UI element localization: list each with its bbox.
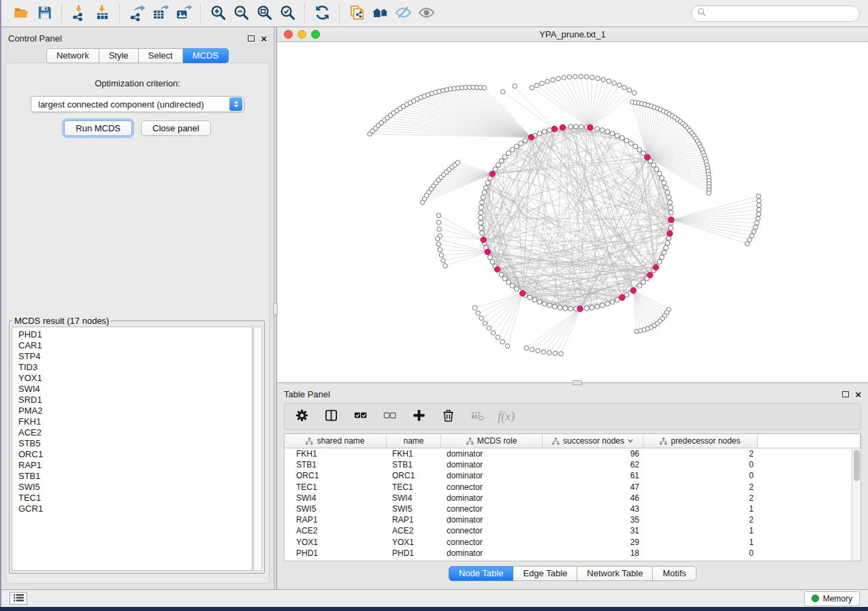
- mcds-result-box: MCDS result (17 nodes) PHD1CAR1STP4TID3Y…: [9, 316, 265, 574]
- table-row[interactable]: PHD1PHD1dominator180: [285, 548, 861, 559]
- import-network-button[interactable]: [67, 3, 91, 24]
- first-neighbors-button[interactable]: [368, 3, 391, 24]
- tab-style[interactable]: Style: [99, 48, 139, 63]
- close-panel-button[interactable]: Close panel: [141, 120, 211, 136]
- tab-edge-table[interactable]: Edge Table: [513, 566, 577, 581]
- mcds-result-item[interactable]: FKH1: [18, 416, 252, 427]
- mcds-result-item[interactable]: RAP1: [18, 460, 252, 471]
- scrollbar-thumb[interactable]: [854, 450, 860, 481]
- splitter-grip[interactable]: [273, 303, 278, 315]
- mcds-result-item[interactable]: ORC1: [18, 449, 252, 460]
- table-row[interactable]: SWI5SWI5connector431: [285, 503, 861, 514]
- table-row[interactable]: STB1STB1dominator620: [285, 459, 861, 470]
- control-panel-header: Control Panel ×: [1, 27, 274, 45]
- add-column-button[interactable]: [410, 408, 428, 425]
- table-scrollbar[interactable]: [852, 448, 861, 561]
- minimize-window-icon[interactable]: [298, 30, 306, 39]
- delete-table-button[interactable]: [468, 408, 486, 425]
- table-cell: 2: [643, 493, 758, 503]
- table-row[interactable]: RAP1RAP1dominator352: [285, 514, 861, 525]
- mcds-result-item[interactable]: GCR1: [18, 503, 252, 514]
- network-canvas[interactable]: [277, 42, 868, 382]
- search-input[interactable]: [710, 9, 854, 18]
- save-session-button[interactable]: [33, 3, 56, 24]
- mcds-result-item[interactable]: SWI5: [18, 482, 252, 493]
- export-image-button[interactable]: [172, 3, 195, 24]
- hide-selected-button[interactable]: [391, 3, 415, 24]
- float-panel-icon[interactable]: [248, 35, 255, 42]
- function-builder-button[interactable]: f(x): [498, 408, 515, 425]
- table-cell: 2: [643, 514, 758, 525]
- toolbar-separator: [339, 4, 340, 23]
- result-list-scrollbar[interactable]: [253, 327, 262, 571]
- export-network-button[interactable]: [125, 3, 148, 24]
- mcds-result-item[interactable]: ACE2: [18, 427, 252, 438]
- select-all-button[interactable]: [351, 408, 369, 425]
- column-header-successor-nodes[interactable]: successor nodes: [543, 434, 643, 448]
- open-file-button[interactable]: [10, 3, 33, 24]
- deselect-all-button[interactable]: [381, 408, 398, 425]
- table-cell: dominator: [441, 514, 543, 525]
- import-table-button[interactable]: [91, 3, 114, 24]
- tab-network-table[interactable]: Network Table: [577, 566, 653, 581]
- mcds-result-item[interactable]: SWI4: [18, 384, 252, 395]
- column-header-predecessor-nodes[interactable]: predecessor nodes: [643, 434, 758, 448]
- delete-column-button[interactable]: [439, 408, 457, 425]
- table-row[interactable]: SWI4SWI4dominator462: [285, 493, 861, 503]
- mcds-result-item[interactable]: STB1: [18, 471, 252, 482]
- zoom-selected-button[interactable]: [276, 3, 299, 24]
- tab-node-table[interactable]: Node Table: [449, 566, 514, 581]
- control-panel-tabs: NetworkStyleSelectMCDS: [1, 48, 274, 63]
- tab-motifs[interactable]: Motifs: [653, 566, 696, 581]
- table-row[interactable]: YOX1YOX1connector291: [285, 537, 861, 548]
- table-cell: connector: [441, 537, 543, 548]
- zoom-in-button[interactable]: [206, 3, 229, 24]
- network-title: YPA_prune.txt_1: [539, 29, 605, 39]
- close-table-panel-icon[interactable]: ×: [855, 391, 861, 398]
- mcds-result-list[interactable]: PHD1CAR1STP4TID3YOX1SWI4SRD1PMA2FKH1ACE2…: [12, 327, 253, 571]
- duplicate-network-button[interactable]: [345, 3, 368, 24]
- horizontal-splitter-grip[interactable]: [573, 380, 582, 385]
- table-cell: FKH1: [285, 448, 387, 459]
- zoom-selected-icon: [279, 4, 296, 23]
- maximize-window-icon[interactable]: [311, 30, 320, 39]
- table-cell: dominator: [441, 459, 543, 470]
- export-table-button[interactable]: [148, 3, 172, 24]
- mcds-result-item[interactable]: PHD1: [18, 329, 252, 340]
- vertical-splitter[interactable]: [274, 27, 277, 589]
- mcds-result-item[interactable]: SRD1: [18, 395, 252, 406]
- tab-select[interactable]: Select: [139, 48, 183, 63]
- close-window-icon[interactable]: [284, 30, 293, 39]
- optimization-criterion-select[interactable]: largest connected component (undirected): [31, 96, 244, 112]
- refresh-button[interactable]: [310, 3, 334, 24]
- table-row[interactable]: ACE2ACE2connector311: [285, 525, 861, 536]
- network-window: YPA_prune.txt_1: [277, 27, 868, 383]
- table-row[interactable]: FKH1FKH1dominator962: [285, 448, 861, 459]
- mcds-result-item[interactable]: STB5: [18, 438, 252, 449]
- close-panel-icon[interactable]: ×: [261, 35, 267, 42]
- zoom-fit-button[interactable]: [253, 3, 276, 24]
- column-header-shared-name[interactable]: shared name: [285, 434, 387, 448]
- mcds-result-item[interactable]: CAR1: [18, 340, 252, 351]
- mcds-result-item[interactable]: TID3: [18, 362, 252, 373]
- tab-mcds[interactable]: MCDS: [183, 48, 229, 63]
- table-row[interactable]: TEC1TEC1connector472: [285, 482, 861, 493]
- task-history-button[interactable]: [10, 592, 27, 605]
- table-row[interactable]: ORC1ORC1dominator610: [285, 470, 861, 481]
- show-columns-button[interactable]: [322, 408, 340, 425]
- float-table-panel-icon[interactable]: [842, 391, 849, 397]
- show-all-button[interactable]: [415, 3, 438, 24]
- dropdown-stepper-icon: [229, 97, 242, 111]
- mcds-result-item[interactable]: TEC1: [18, 493, 252, 503]
- mcds-result-item[interactable]: YOX1: [18, 373, 252, 384]
- column-header-name[interactable]: name: [387, 434, 441, 448]
- memory-button[interactable]: Memory: [804, 591, 860, 606]
- mcds-result-item[interactable]: PMA2: [18, 406, 252, 416]
- table-cell: ACE2: [285, 525, 387, 536]
- tab-network[interactable]: Network: [46, 48, 99, 63]
- mcds-result-item[interactable]: STP4: [18, 351, 252, 362]
- zoom-out-button[interactable]: [229, 3, 253, 24]
- column-header-mcds-role[interactable]: MCDS role: [441, 434, 543, 448]
- run-mcds-button[interactable]: Run MCDS: [64, 120, 132, 136]
- settings-gear-button[interactable]: [293, 408, 310, 425]
